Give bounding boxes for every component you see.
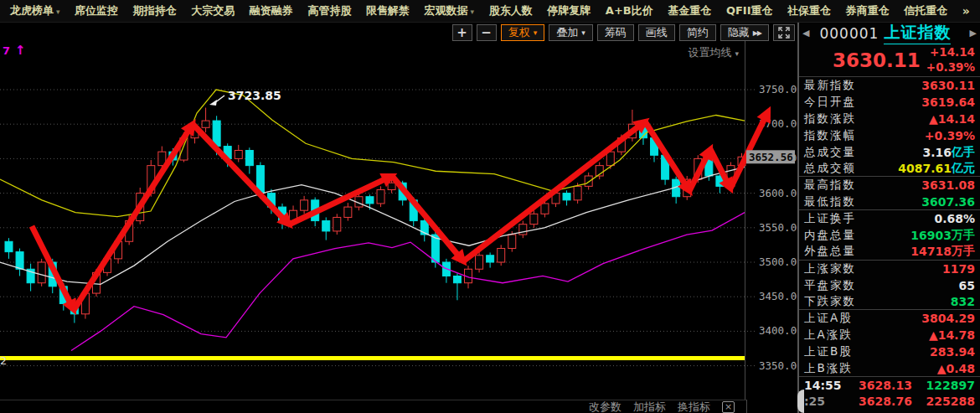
svg-text:3450.00: 3450.00 xyxy=(759,290,797,302)
tick-p: 3628.13 xyxy=(848,379,923,392)
stat-label: 最高指数 xyxy=(804,178,856,193)
peak-annotation: 3723.85 xyxy=(228,89,281,102)
stat-value: 3631.08 xyxy=(921,178,975,192)
ma-settings-label: 设置均线 xyxy=(688,46,731,59)
overlay-label: 叠加 xyxy=(556,25,578,40)
menu-item[interactable]: 龙虎榜单▾ xyxy=(10,3,60,18)
stat-value: ▲14.14 xyxy=(929,112,975,126)
svg-text:3350.00: 3350.00 xyxy=(759,359,797,372)
menu-item[interactable]: 高管持股 xyxy=(307,3,351,18)
menu-item[interactable]: 大宗交易 xyxy=(191,3,235,18)
hide-button[interactable]: 隐藏 ▶▶ xyxy=(720,24,769,41)
menu-item[interactable]: A+B比价 xyxy=(606,3,653,18)
partial-text: 2 xyxy=(0,354,7,367)
stat-row: 上证A股3804.29 xyxy=(799,310,980,327)
adjust-price-label: 复权 xyxy=(508,25,530,40)
candlestick-chart[interactable]: 3750.003700.003650.003600.003550.003500.… xyxy=(0,41,797,400)
menu-item[interactable]: 席位监控 xyxy=(75,3,118,18)
top-menu-bar: 龙虎榜单▾席位监控期指持仓大宗交易融资融券高管持股限售解禁宏观数据▾股东人数停牌… xyxy=(0,0,980,23)
menu-item[interactable]: QFII重仓 xyxy=(726,3,773,18)
stat-value: 0.68% xyxy=(934,212,975,225)
collapse-panel-tab[interactable] xyxy=(797,390,804,413)
stat-label: 最低指数 xyxy=(804,194,856,209)
simple-mode-button[interactable]: 简约 xyxy=(679,24,716,41)
price-change: +14.14 xyxy=(930,45,975,60)
stat-value: 3.16 xyxy=(922,146,952,159)
stat-label: 上B涨跌 xyxy=(804,361,853,376)
stat-value: 3804.29 xyxy=(921,312,975,325)
menu-item[interactable]: 券商重仓 xyxy=(846,3,890,18)
quote-header: ◀ 000001 上证指数 ▶ xyxy=(799,23,980,44)
overlay-button[interactable]: 叠加 ▾ xyxy=(549,24,593,41)
quote-panel: ◀ 000001 上证指数 ▶ 3630.11 +14.14 +0.39% 最新… xyxy=(797,23,980,413)
price-change-pct: +0.39% xyxy=(926,60,975,75)
stats-list: 最新指数3630.11今日开盘3619.64指数涨跌▲14.14指数涨幅+0.3… xyxy=(799,77,980,377)
menu-item[interactable]: 期指持仓 xyxy=(133,3,177,18)
stock-name[interactable]: 上证指数 xyxy=(884,22,951,44)
stat-row: 上证换手0.68% xyxy=(799,210,980,227)
stock-app-window: 龙虎榜单▾席位监控期指持仓大宗交易融资融券高管持股限售解禁宏观数据▾股东人数停牌… xyxy=(0,0,980,413)
menu-item[interactable]: 宏观数据▾ xyxy=(425,3,475,18)
chips-button[interactable]: 筹码 xyxy=(597,24,634,41)
tick-row: 14:553628.13122897 xyxy=(799,377,980,393)
adjust-price-button[interactable]: 复权 ▾ xyxy=(501,24,545,41)
switch-indicator-button[interactable]: 换指标 xyxy=(678,400,710,413)
chart-region: + − 复权 ▾ 叠加 ▾ 筹码 画线 简约 隐藏 ▶▶ xyxy=(0,23,797,413)
next-stock-arrow[interactable]: ▶ xyxy=(970,28,977,39)
stat-label: 上A涨跌 xyxy=(804,328,853,343)
axis-line-extension xyxy=(746,400,747,413)
quote-price-block: 3630.11 +14.14 +0.39% xyxy=(799,44,980,77)
tick-p: 3628.76 xyxy=(848,395,923,408)
add-indicator-button[interactable]: 加指标 xyxy=(633,400,666,413)
stat-label: 指数涨跌 xyxy=(804,111,856,126)
menu-item[interactable]: 基金重仓 xyxy=(668,3,711,18)
menu-item[interactable]: 限售解禁 xyxy=(366,3,410,18)
stat-unit: 万手 xyxy=(952,244,975,259)
svg-text:3500.00: 3500.00 xyxy=(759,256,797,268)
chevron-down-icon: ▾ xyxy=(581,28,585,37)
stat-label: 最新指数 xyxy=(804,78,856,93)
tick-row: :253628.76225288 xyxy=(799,393,980,409)
zoom-in-button[interactable]: + xyxy=(452,24,472,41)
stat-unit: 亿元 xyxy=(952,161,975,176)
stat-label: 上证换手 xyxy=(804,211,856,226)
menu-item[interactable]: 融资融券 xyxy=(250,3,293,18)
stat-label: 外盘总量 xyxy=(804,244,856,259)
fullscreen-icon xyxy=(778,27,790,39)
stat-row: 上B涨跌▲0.48 xyxy=(799,360,980,377)
close-indicator-icon[interactable]: × xyxy=(722,401,735,413)
lower-band xyxy=(71,213,745,351)
menu-item[interactable]: 社保重仓 xyxy=(787,3,831,18)
fullscreen-button[interactable] xyxy=(773,24,795,41)
stat-value: 1179 xyxy=(942,262,975,276)
svg-text:3750.00: 3750.00 xyxy=(759,83,797,96)
stat-row: 内盘总量16903万手 xyxy=(799,227,980,244)
chart-bottom-bar: 改参数 加指标 换指标 × xyxy=(0,400,746,413)
stat-row: 最高指数3631.08 xyxy=(799,177,980,194)
draw-line-button[interactable]: 画线 xyxy=(638,24,675,41)
zoom-out-button[interactable]: − xyxy=(477,24,497,41)
stat-value: 65 xyxy=(959,279,975,292)
change-params-button[interactable]: 改参数 xyxy=(589,400,622,413)
up-arrow-icon: ↑ xyxy=(15,43,26,58)
menu-item[interactable]: 停牌复牌 xyxy=(547,3,591,18)
ma-settings-button[interactable]: 设置均线▾ xyxy=(688,45,739,60)
stat-row: 今日开盘3619.64 xyxy=(799,94,980,111)
chevron-down-icon: ▾ xyxy=(471,8,475,16)
stat-row: 指数涨幅+0.39% xyxy=(799,127,980,144)
menu-item[interactable]: 信托重仓 xyxy=(904,3,947,18)
double-arrow-icon: ▶▶ xyxy=(753,29,761,37)
stock-code: 000001 xyxy=(819,25,879,42)
prev-stock-arrow[interactable]: ◀ xyxy=(802,28,809,39)
stat-value: 3607.36 xyxy=(921,195,975,209)
svg-text:3550.00: 3550.00 xyxy=(759,221,797,234)
stat-row: 最低指数3607.36 xyxy=(799,194,980,210)
menu-more-button[interactable]: » xyxy=(962,4,970,18)
tick-t: :25 xyxy=(804,395,848,408)
stat-value: ▲14.78 xyxy=(929,328,975,342)
stat-label: 今日开盘 xyxy=(804,95,856,110)
menu-item[interactable]: 股东人数 xyxy=(489,3,533,18)
stat-value: 14718 xyxy=(910,245,952,258)
stat-row: 平盘家数65 xyxy=(799,277,980,294)
stat-label: 总成交量 xyxy=(804,145,856,160)
